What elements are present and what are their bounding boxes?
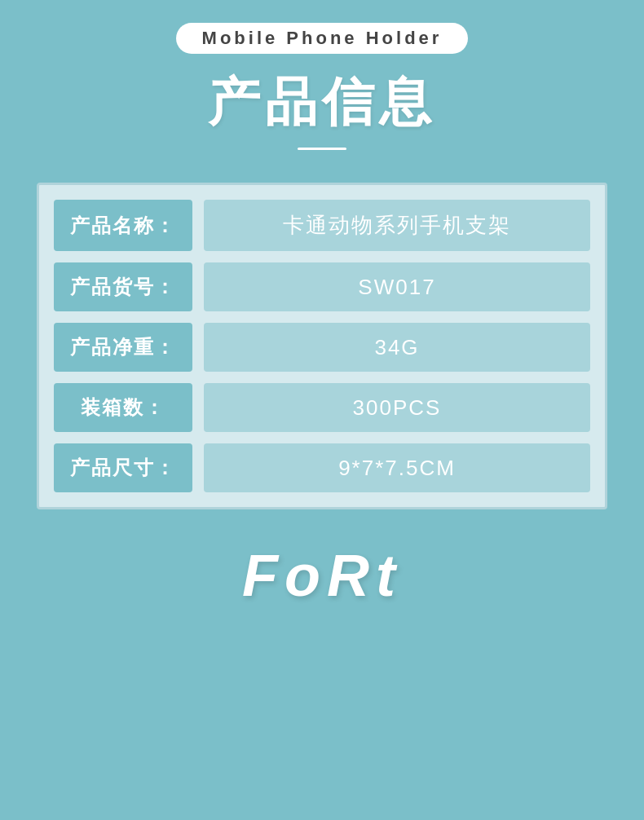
info-table: 产品名称：卡通动物系列手机支架产品货号：SW017产品净重：34G装箱数：300… (54, 200, 590, 492)
bottom-section: FoRt (242, 542, 402, 609)
table-row: 产品货号：SW017 (54, 262, 590, 311)
table-row: 产品名称：卡通动物系列手机支架 (54, 200, 590, 251)
main-title: 产品信息 (208, 67, 436, 138)
row-value-1: SW017 (204, 262, 590, 311)
brand-text: FoRt (242, 542, 402, 609)
subtitle-badge: Mobile Phone Holder (176, 23, 469, 54)
row-label-0: 产品名称： (54, 200, 192, 251)
row-label-4: 产品尺寸： (54, 443, 192, 492)
subtitle-text: Mobile Phone Holder (202, 28, 443, 48)
row-value-0: 卡通动物系列手机支架 (204, 200, 590, 251)
row-value-2: 34G (204, 323, 590, 372)
row-value-3: 300PCS (204, 383, 590, 432)
table-row: 装箱数：300PCS (54, 383, 590, 432)
row-value-4: 9*7*7.5CM (204, 443, 590, 492)
row-label-1: 产品货号： (54, 262, 192, 311)
header-section: Mobile Phone Holder 产品信息 (176, 23, 469, 166)
title-divider (298, 148, 346, 150)
row-label-2: 产品净重： (54, 323, 192, 372)
info-table-wrapper: 产品名称：卡通动物系列手机支架产品货号：SW017产品净重：34G装箱数：300… (37, 183, 607, 509)
table-row: 产品净重：34G (54, 323, 590, 372)
table-row: 产品尺寸：9*7*7.5CM (54, 443, 590, 492)
row-label-3: 装箱数： (54, 383, 192, 432)
